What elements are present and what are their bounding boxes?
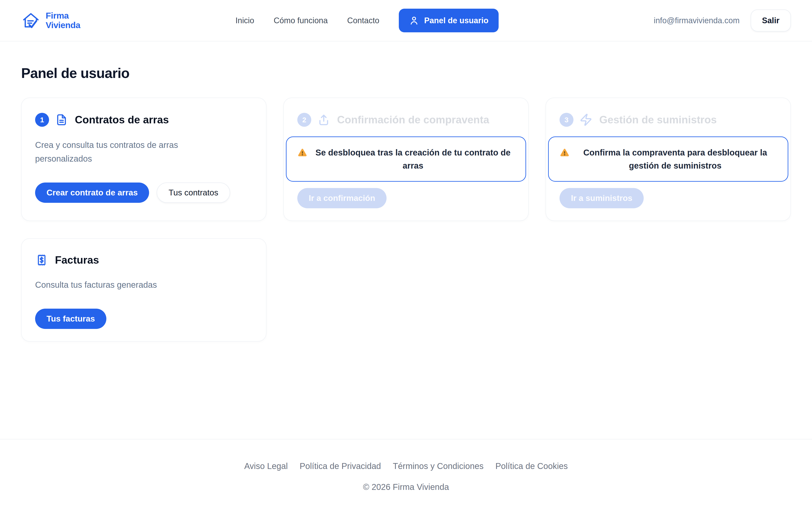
card-actions: Tus facturas bbox=[35, 308, 252, 329]
footer-link-politica-cookies[interactable]: Política de Cookies bbox=[496, 461, 568, 471]
card-confirmacion-compraventa: 2 Confirmación de compraventa Se desbloq bbox=[283, 98, 529, 221]
house-logo-icon bbox=[21, 10, 41, 31]
upload-icon bbox=[317, 113, 330, 126]
main-nav: Inicio Cómo funciona Contacto Panel de u… bbox=[235, 9, 499, 32]
warning-icon bbox=[298, 148, 307, 157]
footer-link-politica-privacidad[interactable]: Política de Privacidad bbox=[300, 461, 381, 471]
brand-name-line2: Vivienda bbox=[46, 20, 80, 30]
logout-button[interactable]: Salir bbox=[751, 9, 791, 32]
card-head: Facturas bbox=[35, 253, 252, 267]
card-gestion-suministros: 3 Gestión de suministros Confirma la com… bbox=[546, 98, 791, 221]
footer-link-aviso-legal[interactable]: Aviso Legal bbox=[244, 461, 288, 471]
user-email: info@firmavivienda.com bbox=[654, 16, 740, 25]
header: Firma Vivienda Inicio Cómo funciona Cont… bbox=[0, 0, 812, 41]
card-head: 1 Contratos de arras bbox=[35, 113, 252, 127]
locked-notice: Se desbloquea tras la creación de tu con… bbox=[286, 136, 526, 182]
card-actions: Crear contrato de arras Tus contratos bbox=[35, 182, 252, 203]
cards-grid: 1 Contratos de arras Crea y consulta tus… bbox=[21, 98, 791, 342]
copyright: © 2026 Firma Vivienda bbox=[21, 482, 791, 492]
ir-a-confirmacion-button[interactable]: Ir a confirmación bbox=[297, 188, 387, 208]
card-head: 3 Gestión de suministros bbox=[560, 113, 777, 127]
document-icon bbox=[55, 113, 68, 126]
nav-item-contacto[interactable]: Contacto bbox=[347, 16, 379, 25]
card-head: 2 Confirmación de compraventa bbox=[297, 113, 515, 127]
step-badge-3: 3 bbox=[560, 113, 573, 127]
step-badge-2: 2 bbox=[297, 113, 311, 127]
step-badge-1: 1 bbox=[35, 113, 49, 127]
locked-notice: Confirma la compraventa para desbloquear… bbox=[548, 136, 788, 182]
brand-logo[interactable]: Firma Vivienda bbox=[21, 10, 80, 31]
zap-icon bbox=[579, 113, 593, 126]
card-title: Gestión de suministros bbox=[599, 114, 717, 126]
brand-name-line1: Firma bbox=[46, 11, 80, 20]
header-right: info@firmavivienda.com Salir bbox=[654, 9, 791, 32]
footer-links: Aviso Legal Política de Privacidad Térmi… bbox=[21, 461, 791, 471]
card-description: Consulta tus facturas generadas bbox=[35, 278, 204, 292]
nav-item-como-funciona[interactable]: Cómo funciona bbox=[273, 16, 328, 25]
nav-item-inicio[interactable]: Inicio bbox=[235, 16, 254, 25]
locked-notice-text: Se desbloquea tras la creación de tu con… bbox=[311, 146, 514, 172]
locked-notice-text: Confirma la compraventa para desbloquear… bbox=[574, 146, 777, 172]
warning-icon bbox=[560, 148, 569, 157]
card-contratos-de-arras: 1 Contratos de arras Crea y consulta tus… bbox=[21, 98, 266, 221]
user-icon bbox=[409, 15, 419, 25]
tus-contratos-button[interactable]: Tus contratos bbox=[157, 182, 230, 203]
card-title: Contratos de arras bbox=[75, 114, 169, 126]
card-description: Crea y consulta tus contratos de arras p… bbox=[35, 138, 204, 166]
brand-name: Firma Vivienda bbox=[46, 11, 80, 30]
tus-facturas-button[interactable]: Tus facturas bbox=[35, 308, 106, 329]
page-title: Panel de usuario bbox=[21, 65, 791, 81]
crear-contrato-button[interactable]: Crear contrato de arras bbox=[35, 182, 149, 203]
panel-de-usuario-button[interactable]: Panel de usuario bbox=[399, 9, 499, 32]
card-title: Confirmación de compraventa bbox=[337, 114, 489, 126]
main-content: Panel de usuario 1 Contratos de arras Cr… bbox=[0, 41, 812, 439]
ir-a-suministros-button[interactable]: Ir a suministros bbox=[560, 188, 644, 208]
card-title: Facturas bbox=[55, 254, 99, 266]
receipt-dollar-icon bbox=[35, 253, 48, 267]
footer-link-terminos-condiciones[interactable]: Términos y Condiciones bbox=[393, 461, 484, 471]
card-facturas: Facturas Consulta tus facturas generadas… bbox=[21, 238, 266, 342]
panel-de-usuario-label: Panel de usuario bbox=[424, 16, 489, 25]
footer: Aviso Legal Política de Privacidad Térmi… bbox=[0, 439, 812, 507]
